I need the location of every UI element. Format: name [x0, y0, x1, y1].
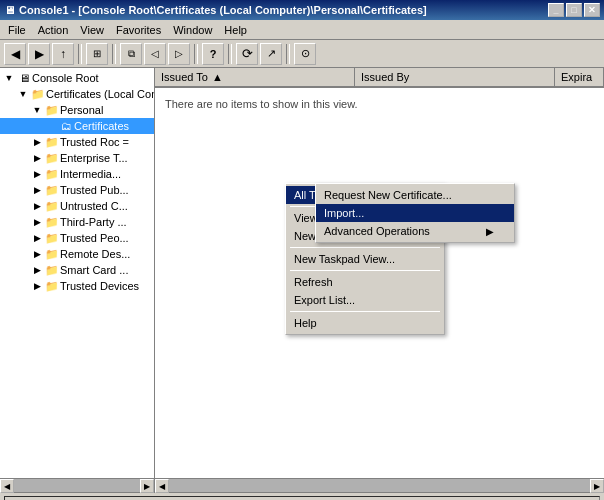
menu-bar: File Action View Favorites Window Help — [0, 20, 604, 40]
all-tasks-submenu: Request New Certificate... Import... Adv… — [315, 183, 515, 243]
column-header: Issued To ▲ Issued By Expira — [155, 68, 604, 88]
trusted-root-icon: 📁 — [44, 135, 60, 149]
h-scroll-right-btn2[interactable]: ▶ — [590, 479, 604, 493]
expand-trusted-peo[interactable]: ▶ — [30, 231, 44, 245]
trusted-pub-icon: 📁 — [44, 183, 60, 197]
expand-trusted-root[interactable]: ▶ — [30, 135, 44, 149]
submenu-advanced-ops-label: Advanced Operations — [324, 225, 430, 237]
expand-console-root[interactable]: ▼ — [2, 71, 16, 85]
tree-item-remote-des[interactable]: ▶ 📁 Remote Des... — [0, 246, 154, 262]
up-button[interactable]: ↑ — [52, 43, 74, 65]
submenu-import-label: Import... — [324, 207, 364, 219]
ctx-export-label: Export List... — [294, 294, 355, 306]
ctx-refresh[interactable]: Refresh — [286, 273, 444, 291]
help-button[interactable]: ? — [202, 43, 224, 65]
maximize-button[interactable]: □ — [566, 3, 582, 17]
empty-message: There are no items to show in this view. — [155, 88, 604, 120]
tree-item-certs-local[interactable]: ▼ 📁 Certificates (Local Com — [0, 86, 154, 102]
menu-help[interactable]: Help — [218, 22, 253, 38]
expand-certificates[interactable] — [44, 119, 58, 133]
submenu-request-new-label: Request New Certificate... — [324, 189, 452, 201]
trusted-devices-label: Trusted Devices — [60, 280, 139, 292]
forward-button2[interactable]: ▷ — [168, 43, 190, 65]
tree-item-trusted-root[interactable]: ▶ 📁 Trusted Roc = — [0, 134, 154, 150]
toolbar-sep-4 — [228, 44, 232, 64]
expand-remote-des[interactable]: ▶ — [30, 247, 44, 261]
h-scroll-track-left[interactable] — [14, 479, 140, 492]
h-scroll-left-btn2[interactable]: ◀ — [155, 479, 169, 493]
expand-trusted-devices[interactable]: ▶ — [30, 279, 44, 293]
forward-button[interactable]: ▶ — [28, 43, 50, 65]
col-expira[interactable]: Expira — [555, 68, 604, 86]
expira-label: Expira — [561, 71, 592, 83]
menu-action[interactable]: Action — [32, 22, 75, 38]
tree-item-intermediate[interactable]: ▶ 📁 Intermedia... — [0, 166, 154, 182]
h-scroll-track-right[interactable] — [169, 479, 590, 492]
window-controls: _ □ ✕ — [548, 3, 600, 17]
ctx-help[interactable]: Help — [286, 314, 444, 332]
main-area: ▼ 🖥 Console Root ▼ 📁 Certificates (Local… — [0, 68, 604, 478]
trusted-root-label: Trusted Roc = — [60, 136, 129, 148]
ctx-new-taskpad[interactable]: New Taskpad View... — [286, 250, 444, 268]
status-panel — [4, 496, 600, 501]
tree-item-trusted-devices[interactable]: ▶ 📁 Trusted Devices — [0, 278, 154, 294]
untrusted-icon: 📁 — [44, 199, 60, 213]
expand-intermediate[interactable]: ▶ — [30, 167, 44, 181]
tree-item-smart-card[interactable]: ▶ 📁 Smart Card ... — [0, 262, 154, 278]
back-button2[interactable]: ◁ — [144, 43, 166, 65]
submenu-request-new[interactable]: Request New Certificate... — [316, 186, 514, 204]
expand-personal[interactable]: ▼ — [30, 103, 44, 117]
menu-file[interactable]: File — [2, 22, 32, 38]
expand-untrusted[interactable]: ▶ — [30, 199, 44, 213]
h-scroll-left-btn[interactable]: ◀ — [0, 479, 14, 493]
minimize-button[interactable]: _ — [548, 3, 564, 17]
tree-item-trusted-pub[interactable]: ▶ 📁 Trusted Pub... — [0, 182, 154, 198]
tree-item-untrusted[interactable]: ▶ 📁 Untrusted C... — [0, 198, 154, 214]
expand-trusted-pub[interactable]: ▶ — [30, 183, 44, 197]
tree-item-trusted-peo[interactable]: ▶ 📁 Trusted Peo... — [0, 230, 154, 246]
close-button[interactable]: ✕ — [584, 3, 600, 17]
ctx-export[interactable]: Export List... — [286, 291, 444, 309]
right-pane: Issued To ▲ Issued By Expira There are n… — [155, 68, 604, 478]
trusted-peo-icon: 📁 — [44, 231, 60, 245]
untrusted-label: Untrusted C... — [60, 200, 128, 212]
tree-item-console-root[interactable]: ▼ 🖥 Console Root — [0, 70, 154, 86]
submenu-advanced-ops[interactable]: Advanced Operations ▶ — [316, 222, 514, 240]
h-scroll-right-btn[interactable]: ▶ — [140, 479, 154, 493]
title-bar: 🖥 Console1 - [Console Root\Certificates … — [0, 0, 604, 20]
show-tree-button[interactable]: ⊞ — [86, 43, 108, 65]
trusted-pub-label: Trusted Pub... — [60, 184, 129, 196]
expand-third-party[interactable]: ▶ — [30, 215, 44, 229]
tree-item-third-party[interactable]: ▶ 📁 Third-Party ... — [0, 214, 154, 230]
menu-window[interactable]: Window — [167, 22, 218, 38]
properties-button[interactable]: ⊙ — [294, 43, 316, 65]
back-button[interactable]: ◀ — [4, 43, 26, 65]
expand-smart-card[interactable]: ▶ — [30, 263, 44, 277]
ctx-new-taskpad-label: New Taskpad View... — [294, 253, 395, 265]
new-window-button[interactable]: ⧉ — [120, 43, 142, 65]
col-issued-by[interactable]: Issued By — [355, 68, 555, 86]
issued-by-label: Issued By — [361, 71, 409, 83]
menu-view[interactable]: View — [74, 22, 110, 38]
tree-item-enterprise[interactable]: ▶ 📁 Enterprise T... — [0, 150, 154, 166]
personal-icon: 📁 — [44, 103, 60, 117]
menu-favorites[interactable]: Favorites — [110, 22, 167, 38]
submenu-import[interactable]: Import... — [316, 204, 514, 222]
expand-enterprise[interactable]: ▶ — [30, 151, 44, 165]
console-root-label: Console Root — [32, 72, 99, 84]
expand-certs-local[interactable]: ▼ — [16, 87, 30, 101]
intermediate-icon: 📁 — [44, 167, 60, 181]
certificates-label: Certificates — [74, 120, 129, 132]
submenu-advanced-ops-arrow: ▶ — [486, 226, 494, 237]
status-bar — [0, 492, 604, 500]
export-button[interactable]: ↗ — [260, 43, 282, 65]
col-issued-to[interactable]: Issued To ▲ — [155, 68, 355, 86]
ctx-sep-2 — [290, 247, 440, 248]
app-icon: 🖥 — [4, 4, 15, 16]
tree-item-certificates[interactable]: 🗂 Certificates — [0, 118, 154, 134]
third-party-icon: 📁 — [44, 215, 60, 229]
tree-item-personal[interactable]: ▼ 📁 Personal — [0, 102, 154, 118]
refresh-button[interactable]: ⟳ — [236, 43, 258, 65]
ctx-refresh-label: Refresh — [294, 276, 333, 288]
smart-card-icon: 📁 — [44, 263, 60, 277]
